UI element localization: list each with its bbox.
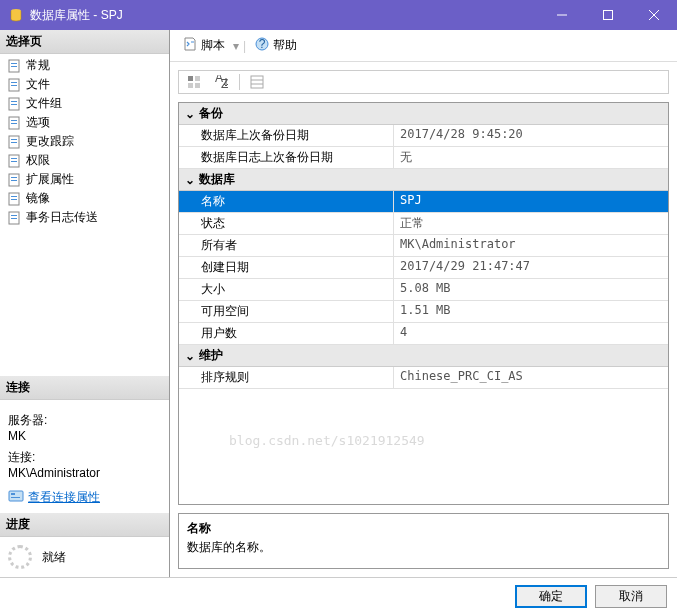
description-title: 名称 — [187, 520, 660, 537]
property-row[interactable]: 数据库日志上次备份日期无 — [179, 147, 668, 169]
svg-rect-43 — [251, 76, 263, 88]
property-row[interactable]: 创建日期2017/4/29 21:47:47 — [179, 257, 668, 279]
svg-rect-6 — [11, 63, 17, 64]
sidebar-item-4[interactable]: 更改跟踪 — [0, 132, 169, 151]
svg-rect-31 — [11, 218, 17, 219]
button-bar: 确定 取消 — [0, 577, 677, 614]
property-value: 无 — [394, 147, 668, 168]
svg-rect-21 — [11, 158, 17, 159]
property-row[interactable]: 排序规则Chinese_PRC_CI_AS — [179, 367, 668, 389]
collapse-icon[interactable]: ⌄ — [183, 173, 197, 187]
property-pages-button[interactable] — [246, 72, 268, 92]
cancel-button[interactable]: 取消 — [595, 585, 667, 608]
svg-rect-33 — [11, 493, 15, 495]
minimize-button[interactable] — [539, 0, 585, 30]
watermark: blog.csdn.net/s1021912549 — [229, 433, 425, 448]
property-row[interactable]: 大小5.08 MB — [179, 279, 668, 301]
svg-rect-34 — [11, 497, 20, 498]
property-key: 用户数 — [179, 323, 394, 344]
titlebar: 数据库属性 - SPJ — [0, 0, 677, 30]
db-icon — [8, 7, 24, 23]
server-label: 服务器: — [8, 412, 161, 429]
dropdown-icon[interactable]: ▾ — [233, 39, 239, 53]
property-value: MK\Administrator — [394, 235, 668, 256]
sidebar-item-5[interactable]: 权限 — [0, 151, 169, 170]
svg-rect-15 — [11, 120, 17, 121]
property-key: 创建日期 — [179, 257, 394, 278]
sidebar-item-8[interactable]: 事务日志传送 — [0, 208, 169, 227]
sidebar-item-7[interactable]: 镜像 — [0, 189, 169, 208]
page-icon — [6, 77, 22, 93]
svg-rect-7 — [11, 66, 17, 67]
sidebar-item-label: 常规 — [26, 57, 50, 74]
sidebar-item-6[interactable]: 扩展属性 — [0, 170, 169, 189]
svg-rect-37 — [188, 76, 193, 81]
property-row[interactable]: 可用空间1.51 MB — [179, 301, 668, 323]
sidebar-item-1[interactable]: 文件 — [0, 75, 169, 94]
conn-label: 连接: — [8, 449, 161, 466]
sidebar-item-label: 更改跟踪 — [26, 133, 74, 150]
ok-button[interactable]: 确定 — [515, 585, 587, 608]
sidebar-item-3[interactable]: 选项 — [0, 113, 169, 132]
alphabetical-button[interactable]: AZ — [211, 72, 233, 92]
property-value: 4 — [394, 323, 668, 344]
close-button[interactable] — [631, 0, 677, 30]
property-value: 1.51 MB — [394, 301, 668, 322]
property-row[interactable]: 状态正常 — [179, 213, 668, 235]
property-value: 2017/4/28 9:45:20 — [394, 125, 668, 146]
help-button[interactable]: ? 帮助 — [250, 34, 301, 57]
property-key: 状态 — [179, 213, 394, 234]
window-title: 数据库属性 - SPJ — [30, 7, 539, 24]
sidebar-item-label: 事务日志传送 — [26, 209, 98, 226]
maximize-button[interactable] — [585, 0, 631, 30]
property-value: 2017/4/29 21:47:47 — [394, 257, 668, 278]
property-key: 排序规则 — [179, 367, 394, 388]
svg-rect-22 — [11, 161, 17, 162]
property-value: Chinese_PRC_CI_AS — [394, 367, 668, 388]
progress-header: 进度 — [0, 513, 169, 537]
help-icon: ? — [254, 36, 270, 55]
description-text: 数据库的名称。 — [187, 539, 660, 556]
property-row[interactable]: 名称SPJ — [179, 191, 668, 213]
svg-rect-28 — [11, 199, 17, 200]
property-key: 数据库日志上次备份日期 — [179, 147, 394, 168]
page-icon — [6, 191, 22, 207]
sidebar-item-0[interactable]: 常规 — [0, 56, 169, 75]
property-row[interactable]: 用户数4 — [179, 323, 668, 345]
property-key: 可用空间 — [179, 301, 394, 322]
property-value: 正常 — [394, 213, 668, 234]
sidebar-item-label: 镜像 — [26, 190, 50, 207]
category-header[interactable]: ⌄数据库 — [179, 169, 668, 191]
description-box: 名称 数据库的名称。 — [178, 513, 669, 569]
property-row[interactable]: 所有者MK\Administrator — [179, 235, 668, 257]
conn-value: MK\Administrator — [8, 466, 161, 480]
sidebar-item-label: 扩展属性 — [26, 171, 74, 188]
collapse-icon[interactable]: ⌄ — [183, 107, 197, 121]
svg-rect-39 — [188, 83, 193, 88]
category-header[interactable]: ⌄备份 — [179, 103, 668, 125]
property-key: 数据库上次备份日期 — [179, 125, 394, 146]
svg-rect-9 — [11, 82, 17, 83]
property-key: 名称 — [179, 191, 394, 212]
collapse-icon[interactable]: ⌄ — [183, 349, 197, 363]
categorized-button[interactable] — [183, 72, 205, 92]
server-value: MK — [8, 429, 161, 443]
page-icon — [6, 153, 22, 169]
svg-rect-38 — [195, 76, 200, 81]
view-connection-link[interactable]: 查看连接属性 — [28, 489, 100, 506]
category-header[interactable]: ⌄维护 — [179, 345, 668, 367]
spinner-icon — [8, 545, 32, 569]
property-value: SPJ — [394, 191, 668, 212]
svg-rect-2 — [604, 11, 613, 20]
sidebar-item-2[interactable]: 文件组 — [0, 94, 169, 113]
view-toolbar: AZ — [178, 70, 669, 94]
page-icon — [6, 115, 22, 131]
property-key: 所有者 — [179, 235, 394, 256]
property-grid[interactable]: ⌄备份数据库上次备份日期2017/4/28 9:45:20数据库日志上次备份日期… — [178, 102, 669, 505]
page-icon — [6, 172, 22, 188]
script-button[interactable]: 脚本 — [178, 34, 229, 57]
category-name: 备份 — [199, 105, 223, 122]
property-row[interactable]: 数据库上次备份日期2017/4/28 9:45:20 — [179, 125, 668, 147]
category-name: 维护 — [199, 347, 223, 364]
sidebar-item-label: 选项 — [26, 114, 50, 131]
